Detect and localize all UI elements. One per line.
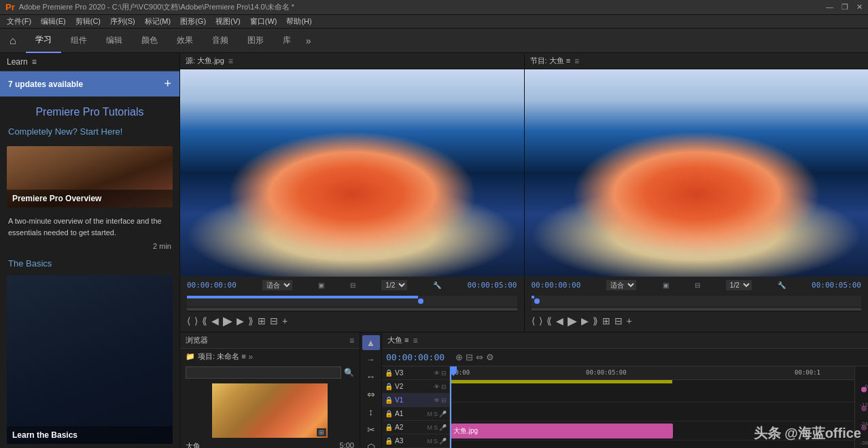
source-playhead[interactable] <box>418 298 423 304</box>
tool-slip[interactable]: ⬡ <box>362 440 380 448</box>
program-btn-overwrite[interactable]: ⊟ <box>614 315 623 326</box>
source-btn-play[interactable]: ▶ <box>223 313 232 328</box>
timeline-header: 大鱼 ≡ ≡ <box>382 332 868 349</box>
program-btn-to-out[interactable]: ⟩ <box>539 315 542 326</box>
track-a1-m-icon[interactable]: M <box>427 411 432 417</box>
track-a1-mic-icon[interactable]: 🎤 <box>439 411 447 417</box>
tab-edit[interactable]: 编辑 <box>97 29 132 53</box>
program-btn-play[interactable]: ▶ <box>568 313 577 328</box>
track-v3-eye-icon[interactable]: 👁 <box>434 370 440 377</box>
timeline-menu-icon[interactable]: ≡ <box>413 336 417 345</box>
source-btn-step-fwd[interactable]: ⟫ <box>248 315 254 326</box>
track-v1-clip-icon[interactable]: ⊟ <box>441 397 447 404</box>
tab-learn[interactable]: 学习 <box>26 29 61 53</box>
track-v2-clip-icon[interactable]: ⊟ <box>441 383 447 390</box>
tab-graphics[interactable]: 图形 <box>238 29 273 53</box>
source-btn-to-in[interactable]: ⟨ <box>187 315 190 326</box>
workspace-more-icon[interactable]: » <box>300 35 317 46</box>
tool-track-select[interactable]: → <box>362 353 380 366</box>
timeline-tool-add-marker[interactable]: ⊕ <box>455 352 463 362</box>
premiere-overview-card[interactable]: Premiere Pro Overview <box>7 146 173 207</box>
source-fit-select[interactable]: 适合 <box>262 280 292 290</box>
menu-graphics[interactable]: 图形(G) <box>176 16 210 27</box>
track-v1-lock-icon[interactable]: 🔒 <box>385 396 393 404</box>
updates-banner[interactable]: 7 updates available + <box>0 71 179 97</box>
timeline-tool-snap[interactable]: ⊟ <box>466 352 473 362</box>
program-btn-step-fwd[interactable]: ⟫ <box>593 315 598 326</box>
program-btn-step-back[interactable]: ⟪ <box>546 315 552 326</box>
track-a2-lock-icon[interactable]: 🔒 <box>385 424 393 431</box>
search-icon[interactable]: 🔍 <box>344 368 354 377</box>
project-expand-icon[interactable]: » <box>249 352 254 362</box>
track-a1-lock-icon[interactable]: 🔒 <box>385 410 393 417</box>
source-btn-overwrite[interactable]: ⊟ <box>270 315 278 326</box>
search-input[interactable] <box>186 366 341 379</box>
tool-ripple-edit[interactable]: ↔ <box>362 369 380 384</box>
source-btn-to-out[interactable]: ⟩ <box>194 315 198 326</box>
program-timecode-start[interactable]: 00:00:00:00 <box>532 281 581 290</box>
timeline-tool-settings[interactable]: ⚙ <box>486 352 494 362</box>
track-a3-m-icon[interactable]: M <box>427 438 432 445</box>
video-clip-daiyu[interactable]: 大鱼.jpg <box>451 424 673 438</box>
playhead[interactable] <box>450 366 451 448</box>
source-time-row: 00:00:00:00 适合 ▣ ⊟ 1/2 🔧 00:00:05:00 <box>184 279 520 292</box>
tool-razor[interactable]: ✂ <box>362 422 380 437</box>
program-btn-add[interactable]: + <box>627 315 632 326</box>
program-btn-insert[interactable]: ⊞ <box>602 315 610 326</box>
tool-select[interactable]: ▲ <box>362 335 380 350</box>
track-a3-s-icon[interactable]: S <box>434 438 438 445</box>
track-v2-eye-icon[interactable]: 👁 <box>434 383 440 390</box>
track-a1-s-icon[interactable]: S <box>434 411 438 417</box>
source-btn-next-frame[interactable]: ▶ <box>237 315 244 326</box>
source-res-select[interactable]: 1/2 <box>381 280 407 290</box>
program-btn-next-frame[interactable]: ▶ <box>581 315 589 326</box>
minimize-button[interactable]: — <box>826 3 833 12</box>
menu-help[interactable]: 帮助(H) <box>282 16 315 27</box>
source-btn-add[interactable]: + <box>282 315 288 326</box>
track-a3-mic-icon[interactable]: 🎤 <box>439 438 447 445</box>
menu-clip[interactable]: 剪辑(C) <box>71 16 105 27</box>
source-timecode-start[interactable]: 00:00:00:00 <box>187 281 237 290</box>
tab-audio[interactable]: 音频 <box>203 29 238 53</box>
track-a2-mic-icon[interactable]: 🎤 <box>439 424 447 431</box>
program-monitor-menu-icon[interactable]: ≡ <box>574 56 579 66</box>
track-v1-eye-icon[interactable]: 👁 <box>434 397 440 404</box>
track-v3-clip-icon[interactable]: ⊟ <box>441 370 447 377</box>
source-progress-bar[interactable] <box>187 296 517 307</box>
tab-assembly[interactable]: 组件 <box>61 29 97 53</box>
menu-view[interactable]: 视图(V) <box>211 16 245 27</box>
program-btn-to-in[interactable]: ⟨ <box>532 315 535 326</box>
program-res-select[interactable]: 1/2 <box>726 280 752 290</box>
menu-marker[interactable]: 标记(M) <box>141 16 175 27</box>
program-btn-prev-frame[interactable]: ◀ <box>556 315 563 326</box>
track-v3-lock-icon[interactable]: 🔒 <box>385 369 393 377</box>
menu-file[interactable]: 文件(F) <box>3 16 35 27</box>
timeline-tool-linked-sel[interactable]: ⇔ <box>476 352 483 362</box>
tool-rate-stretch[interactable]: ↕ <box>362 404 380 419</box>
source-btn-prev-frame[interactable]: ◀ <box>211 315 219 326</box>
title-bar-controls[interactable]: — ❐ ✕ <box>826 3 863 12</box>
program-fit-select[interactable]: 适合 <box>606 280 636 290</box>
learn-basics-card[interactable]: Learn the Basics <box>7 275 173 444</box>
learn-menu-icon[interactable]: ≡ <box>32 57 37 67</box>
project-panel-menu-icon[interactable]: ≡ <box>349 336 354 345</box>
menu-window[interactable]: 窗口(W) <box>246 16 281 27</box>
tab-color[interactable]: 颜色 <box>132 29 167 53</box>
timeline-timecode[interactable]: 00:00:00:00 <box>386 352 445 362</box>
maximize-button[interactable]: ❐ <box>841 3 848 12</box>
track-a3-lock-icon[interactable]: 🔒 <box>385 437 393 445</box>
menu-edit[interactable]: 编辑(E) <box>37 16 70 27</box>
tab-library[interactable]: 库 <box>273 29 300 53</box>
track-a2-s-icon[interactable]: S <box>434 424 438 431</box>
track-v2-lock-icon[interactable]: 🔒 <box>385 383 393 390</box>
close-button[interactable]: ✕ <box>856 3 863 12</box>
source-btn-step-back[interactable]: ⟪ <box>202 315 207 326</box>
menu-sequence[interactable]: 序列(S) <box>106 16 139 27</box>
source-monitor-menu-icon[interactable]: ≡ <box>228 56 233 66</box>
updates-plus-button[interactable]: + <box>164 77 171 91</box>
source-btn-insert[interactable]: ⊞ <box>258 315 266 326</box>
home-icon[interactable]: ⌂ <box>0 35 26 47</box>
tool-rolling-edit[interactable]: ⇔ <box>362 387 380 402</box>
tab-effects[interactable]: 效果 <box>167 29 203 53</box>
track-a2-m-icon[interactable]: M <box>427 424 432 431</box>
